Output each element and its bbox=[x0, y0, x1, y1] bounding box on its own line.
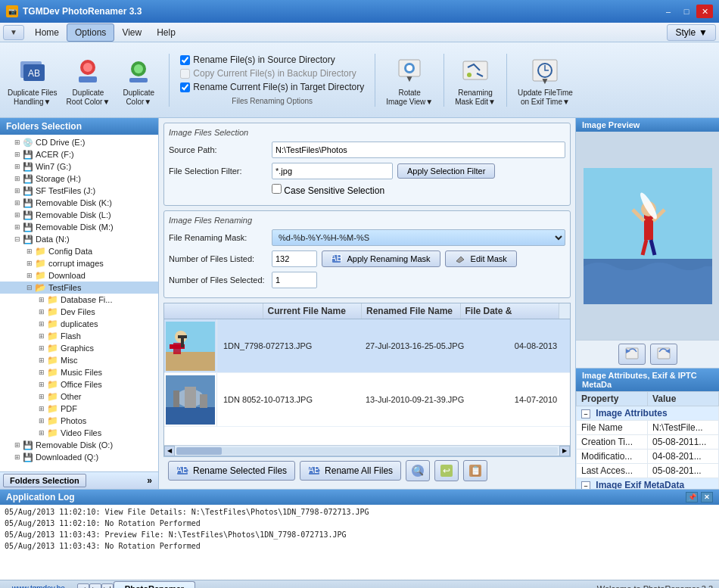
menu-home[interactable]: Home bbox=[27, 24, 67, 41]
tree-item-removable-o[interactable]: ⊞ 💾 Removable Disk (O:) bbox=[0, 439, 158, 451]
copy-backup-check[interactable]: Copy Current File(s) in Backup Directory bbox=[180, 68, 364, 79]
maximize-button[interactable]: □ bbox=[678, 5, 695, 18]
filter-label: File Selection Filter: bbox=[169, 166, 267, 176]
attr-group-image-attributes: – Image Attributes bbox=[577, 406, 719, 421]
action-icon-btn-3[interactable]: 📋 bbox=[463, 460, 487, 481]
edit-mask-button[interactable]: Edit Mask bbox=[445, 250, 517, 267]
table-row[interactable]: 1DN 8052-10-0713.JPG 13-Jul-2010-09-21-3… bbox=[164, 373, 570, 427]
log-line: 05/Aug/2013 11:02:10: View File Details:… bbox=[5, 506, 714, 518]
minimize-button[interactable]: – bbox=[660, 5, 677, 18]
expand-icon: ⊞ bbox=[36, 306, 47, 317]
tree-item-storage[interactable]: ⊞ 💾 Storage (H:) bbox=[0, 173, 158, 185]
expand-icon: ⊞ bbox=[12, 222, 23, 232]
folders-selection-button[interactable]: Folders Selection bbox=[3, 474, 86, 487]
case-sensitive-check[interactable]: Case Sensitive Selection bbox=[272, 184, 384, 196]
horizontal-scrollbar[interactable]: ◀ ▶ bbox=[164, 445, 570, 456]
tree-item-removable-k[interactable]: ⊞ 💾 Removable Disk (K:) bbox=[0, 197, 158, 209]
update-filetime-label: Update FileTimeon Exif Time▼ bbox=[518, 89, 573, 107]
tab-photo-renamer[interactable]: PhotoRenamer bbox=[114, 581, 195, 588]
tree-item-duplicates[interactable]: ⊞ 📁 duplicates bbox=[0, 318, 158, 330]
attr-value: 04-08-201... bbox=[647, 450, 718, 464]
expand-all-button[interactable]: » bbox=[144, 475, 155, 486]
tree-item-database-fi[interactable]: ⊞ 📁 Database Fi... bbox=[0, 294, 158, 306]
tree-item-downloaded-q[interactable]: ⊞ 💾 Downloaded (Q:) bbox=[0, 451, 158, 463]
tree-item-flash[interactable]: ⊞ 📁 Flash bbox=[0, 330, 158, 342]
tree-item-testfiles[interactable]: ⊟ 📂 TestFiles bbox=[0, 282, 158, 294]
files-selected-row: Number of Files Selected: bbox=[169, 272, 565, 288]
log-icon-btn-1[interactable]: 📌 bbox=[686, 492, 698, 502]
svg-text:🔍: 🔍 bbox=[412, 465, 424, 476]
renaming-mask-icon bbox=[459, 54, 492, 87]
preview-panel-header: Image Preview bbox=[576, 118, 719, 132]
tree-item-photos[interactable]: ⊞ 📁 Photos bbox=[0, 415, 158, 427]
tree-item-misc[interactable]: ⊞ 📁 Misc bbox=[0, 354, 158, 366]
update-filetime-button[interactable]: ▼ Update FileTimeon Exif Time▼ bbox=[515, 51, 576, 110]
menu-help[interactable]: Help bbox=[149, 24, 183, 41]
mask-select[interactable]: %d-%b-%Y-%H-%M-%S bbox=[272, 229, 565, 246]
tree-item-removable-l[interactable]: ⊞ 💾 Removable Disk (L:) bbox=[0, 209, 158, 221]
tree-item-cd-drive[interactable]: ⊞ 💿 CD Drive (E:) bbox=[0, 136, 158, 148]
tree-item-dev-files[interactable]: ⊞ 📁 Dev Files bbox=[0, 306, 158, 318]
duplicate-color-button[interactable]: DuplicateColor▼ bbox=[116, 51, 161, 110]
tab-nav-left-button[interactable]: ◀ bbox=[77, 583, 89, 588]
collapse-exif-button[interactable]: – bbox=[581, 481, 590, 489]
log-icon-btn-2[interactable]: ✕ bbox=[701, 492, 713, 502]
expand-icon: ⊞ bbox=[36, 294, 47, 305]
duplicate-root-button[interactable]: DuplicateRoot Color▼ bbox=[64, 51, 114, 110]
rotate-right-button[interactable] bbox=[650, 344, 677, 365]
close-button[interactable]: ✕ bbox=[696, 5, 713, 18]
tree-item-other[interactable]: ⊞ 📁 Other bbox=[0, 390, 158, 403]
action-icon-btn-2[interactable]: ↩ bbox=[434, 460, 459, 481]
rename-all-button[interactable]: AB Rename All Files bbox=[300, 461, 401, 481]
svg-text:AB: AB bbox=[28, 68, 40, 79]
menu-options[interactable]: Options bbox=[67, 23, 114, 42]
rename-selected-button[interactable]: AB Rename Selected Files bbox=[168, 461, 295, 481]
tree-item-data-n[interactable]: ⊟ 💾 Data (N:) bbox=[0, 233, 158, 245]
tree-item-pdf[interactable]: ⊞ 📁 PDF bbox=[0, 403, 158, 415]
source-path-label: Source Path: bbox=[169, 145, 267, 154]
menu-dropdown[interactable]: ▼ bbox=[3, 25, 24, 40]
renaming-mask-button[interactable]: RenamingMask Edit▼ bbox=[452, 51, 499, 110]
tree-item-download[interactable]: ⊞ 📁 Download bbox=[0, 269, 158, 282]
tree-item-acer[interactable]: ⊞ 💾 ACER (F:) bbox=[0, 148, 158, 160]
collapse-image-attributes-button[interactable]: – bbox=[581, 409, 590, 418]
hscroll-left-button[interactable]: ◀ bbox=[164, 446, 175, 456]
tree-item-win7[interactable]: ⊞ 💾 Win7 (G:) bbox=[0, 160, 158, 173]
filter-input[interactable] bbox=[272, 163, 393, 179]
www-link[interactable]: www.tgmdev.be bbox=[6, 583, 71, 588]
files-listed-input[interactable] bbox=[272, 250, 317, 267]
rename-target-check[interactable]: Rename Current File(s) in Target Directo… bbox=[180, 82, 364, 92]
svg-rect-32 bbox=[200, 394, 207, 408]
hscroll-right-button[interactable]: ▶ bbox=[559, 446, 570, 456]
tree-item-corrupt-images[interactable]: ⊞ 📁 corrupt images bbox=[0, 257, 158, 269]
tree-item-music-files[interactable]: ⊞ 📁 Music Files bbox=[0, 366, 158, 378]
rename-source-check[interactable]: Rename File(s) in Source Directory bbox=[180, 54, 364, 65]
tree-item-removable-m[interactable]: ⊞ 💾 Removable Disk (M:) bbox=[0, 221, 158, 233]
hscroll-thumb[interactable] bbox=[176, 447, 222, 455]
tree-item-office-files[interactable]: ⊞ 📁 Office Files bbox=[0, 378, 158, 390]
tab-nav-right-button[interactable]: ▶ bbox=[89, 583, 101, 588]
tree-item-graphics[interactable]: ⊞ 📁 Graphics bbox=[0, 342, 158, 354]
svg-rect-8 bbox=[129, 78, 148, 82]
log-line: 05/Aug/2013 11:03:43: No Rotation Perfor… bbox=[5, 540, 714, 552]
source-path-input[interactable] bbox=[272, 142, 565, 158]
tree-item-video-files[interactable]: ⊞ 📁 Video Files bbox=[0, 427, 158, 439]
action-icon-btn-1[interactable]: 🔍 bbox=[406, 460, 430, 481]
table-row[interactable]: 1DN_7798-072713.JPG 27-Jul-2013-16-25-05… bbox=[164, 319, 570, 373]
rotate-image-button[interactable]: ▼ RotateImage View▼ bbox=[383, 51, 436, 110]
rotate-left-button[interactable] bbox=[618, 344, 646, 365]
tree-item-sf-testfiles[interactable]: ⊞ 💾 SF TestFiles (J:) bbox=[0, 185, 158, 197]
source-path-row: Source Path: bbox=[169, 142, 565, 158]
folder-tree[interactable]: ⊞ 💿 CD Drive (E:) ⊞ 💾 ACER (F:) ⊞ 💾 Win7… bbox=[0, 135, 158, 471]
attr-prop: Last Acces... bbox=[577, 464, 648, 478]
tab-nav-end-button[interactable]: ▶| bbox=[101, 583, 114, 588]
duplicate-files-button[interactable]: AB Duplicate FilesHandling▼ bbox=[5, 51, 61, 110]
style-button[interactable]: Style ▼ bbox=[667, 24, 716, 41]
toolbar-sep-3 bbox=[444, 54, 444, 107]
apply-renaming-mask-button[interactable]: AB Apply Renaming Mask bbox=[322, 250, 440, 267]
tree-item-config-data[interactable]: ⊞ 📁 Config Data bbox=[0, 245, 158, 257]
log-panel: Application Log 📌 ✕ 05/Aug/2013 11:02:10… bbox=[0, 489, 719, 580]
menu-view[interactable]: View bbox=[114, 24, 149, 41]
files-selected-input[interactable] bbox=[272, 272, 317, 288]
apply-selection-filter-button[interactable]: Apply Selection Filter bbox=[397, 163, 495, 179]
